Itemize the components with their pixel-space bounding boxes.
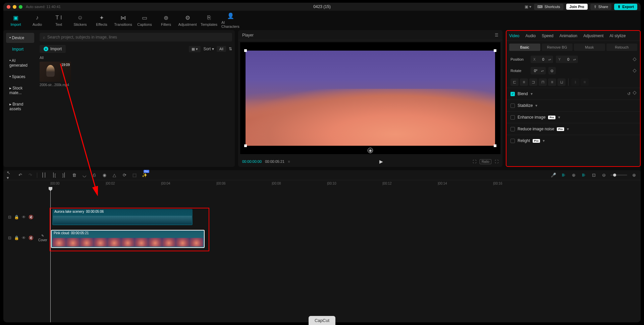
- track-lock-icon[interactable]: 🔒: [14, 215, 19, 219]
- track-lock-icon[interactable]: 🔒: [14, 236, 19, 240]
- sidebar-item[interactable]: ▸ Brand assets: [6, 99, 34, 114]
- align-top-icon[interactable]: ⊓: [539, 78, 547, 86]
- align-vcenter-icon[interactable]: ≡: [548, 78, 556, 86]
- sidebar-item[interactable]: • AI generated: [6, 56, 34, 70]
- video-track-1[interactable]: ⊟ 🔒 👁 🔇 ✎ Cover Pink cloud 00:00:05:21: [3, 228, 641, 248]
- link-icon[interactable]: ⊕: [570, 172, 577, 179]
- prop-tab-audio[interactable]: Audio: [525, 34, 536, 38]
- layout-icon[interactable]: ▣ ▾: [525, 4, 531, 9]
- toolbar-audio[interactable]: ♪Audio: [28, 14, 46, 26]
- cut-icon[interactable]: ⎙: [91, 172, 98, 179]
- timeline-ruler[interactable]: |00:00|00:02|00:04|00:06|00:08|00:10|00:…: [37, 180, 641, 187]
- sidebar-item[interactable]: Import: [6, 44, 34, 54]
- toolbar-transitions[interactable]: ⋈Transitions: [114, 14, 132, 26]
- keyframe-icon[interactable]: [633, 69, 636, 72]
- align-hcenter-icon[interactable]: ≡: [520, 78, 528, 86]
- timeline-tracks[interactable]: ⊟ 🔒 👁 🔇 Aurora lake scenery 00:00:05:06 …: [3, 187, 641, 322]
- relight-row[interactable]: Relight Pro▾: [506, 135, 640, 146]
- toolbar-stickers[interactable]: ☺Stickers: [71, 14, 89, 26]
- distribute-v-icon[interactable]: ≡: [581, 78, 589, 86]
- toolbar-filters[interactable]: ⊛Filters: [157, 14, 175, 26]
- shortcuts-button[interactable]: ⌨Shortcuts: [534, 4, 563, 10]
- fullscreen-icon[interactable]: ⛶: [495, 159, 498, 164]
- share-button[interactable]: ⇪Share: [590, 4, 611, 10]
- split-right-icon[interactable]: ]⎮: [61, 172, 67, 179]
- prop-tab-speed[interactable]: Speed: [542, 34, 553, 38]
- enhance-checkbox[interactable]: [511, 115, 515, 120]
- marker-icon[interactable]: ◡: [81, 172, 88, 179]
- noise-checkbox[interactable]: [511, 127, 515, 131]
- subtab-retouch[interactable]: Retouch: [606, 44, 638, 51]
- split-left-icon[interactable]: ⎮[: [51, 172, 57, 179]
- toolbar-adjustment[interactable]: ⚙Adjustment: [178, 14, 197, 26]
- record-icon[interactable]: ◉: [101, 172, 108, 179]
- subtab-basic[interactable]: Basic: [509, 44, 540, 51]
- toolbar-text[interactable]: T IText: [50, 14, 68, 26]
- rotate-input[interactable]: 0°▴▾: [531, 67, 546, 74]
- enhance-row[interactable]: Enhance image Pro▾: [506, 111, 640, 123]
- export-button[interactable]: ⬆Export: [614, 4, 637, 10]
- toolbar-templates[interactable]: ⎘Templates: [200, 14, 218, 26]
- keyframe-icon[interactable]: [633, 91, 636, 94]
- sidebar-item[interactable]: ▸ Stock mate...: [6, 83, 34, 98]
- align-bottom-icon[interactable]: ⊔: [557, 78, 566, 86]
- toolbar-effects[interactable]: ✦Effects: [93, 14, 111, 26]
- zoom-out-icon[interactable]: ⊖: [600, 172, 607, 179]
- minimize-window-icon[interactable]: [13, 5, 16, 9]
- keyframe-icon[interactable]: [633, 57, 636, 61]
- zoom-in-icon[interactable]: ⊕: [631, 172, 637, 179]
- prop-tab-video[interactable]: Video: [509, 34, 519, 38]
- track-mute-icon[interactable]: 🔇: [29, 215, 34, 219]
- warning-icon[interactable]: △: [111, 172, 118, 179]
- subtab-remove-bg[interactable]: Remove BG: [542, 44, 573, 51]
- list-icon[interactable]: ≡: [288, 159, 290, 164]
- rotate-handle[interactable]: ◉: [368, 148, 373, 153]
- video-preview[interactable]: ◉: [240, 42, 500, 154]
- import-button[interactable]: + Import: [40, 45, 66, 53]
- stabilize-row[interactable]: Stabilize▾: [506, 100, 640, 111]
- view-grid-icon[interactable]: ▦ ▾: [189, 46, 201, 52]
- relight-checkbox[interactable]: [511, 139, 515, 143]
- align-left-icon[interactable]: ⊏: [511, 78, 519, 86]
- track-visible-icon[interactable]: 👁: [22, 236, 26, 240]
- ratio-button[interactable]: Ratio: [480, 159, 491, 164]
- resize-handle-br[interactable]: [494, 144, 496, 147]
- track-collapse-icon[interactable]: ⊟: [8, 215, 11, 219]
- play-button[interactable]: ▶: [379, 159, 383, 164]
- resize-handle-tl[interactable]: [244, 49, 247, 52]
- track-visible-icon[interactable]: 👁: [22, 215, 26, 219]
- toolbar-import[interactable]: ▣Import: [7, 14, 25, 26]
- sidebar-item[interactable]: • Device: [6, 33, 34, 43]
- undo-icon[interactable]: ↶: [17, 172, 23, 179]
- blend-checkbox[interactable]: ✓: [511, 92, 515, 96]
- prop-tab-ai-stylize[interactable]: AI stylize: [609, 34, 626, 38]
- blend-row[interactable]: ✓ Blend▾ ↺: [506, 88, 640, 100]
- join-pro-button[interactable]: Join Pro: [566, 4, 588, 10]
- redo-icon[interactable]: ↷: [27, 172, 34, 179]
- clip-pink-cloud[interactable]: Pink cloud 00:00:05:21: [51, 230, 205, 248]
- search-input[interactable]: ⌕ Search project, subjects in image, lin…: [40, 33, 232, 42]
- rotate-icon[interactable]: ⟳: [121, 172, 128, 179]
- magnet-icon[interactable]: ⊪: [580, 172, 587, 179]
- sidebar-item[interactable]: • Spaces: [6, 72, 34, 82]
- position-y-input[interactable]: Y0▴▾: [556, 56, 578, 63]
- player-menu-icon[interactable]: ☰: [495, 33, 498, 38]
- preview-icon[interactable]: ⊡: [590, 172, 597, 179]
- filter-all-button[interactable]: All: [217, 46, 226, 52]
- mic-icon[interactable]: 🎤: [550, 172, 557, 179]
- crop-icon[interactable]: ⬚: [131, 172, 138, 179]
- cover-button[interactable]: ✎ Cover: [38, 234, 47, 242]
- close-window-icon[interactable]: [7, 5, 10, 9]
- snap-icon[interactable]: ⊪: [560, 172, 567, 179]
- toolbar-captions[interactable]: ▭Captions: [136, 14, 154, 26]
- playhead[interactable]: [50, 187, 51, 322]
- noise-row[interactable]: Reduce image noise Pro▾: [506, 123, 640, 135]
- zoom-slider[interactable]: [610, 175, 627, 176]
- focus-icon[interactable]: ⛶: [473, 159, 476, 164]
- ai-tool-icon[interactable]: ✨Pro: [141, 172, 148, 179]
- reset-icon[interactable]: ↺: [627, 91, 631, 96]
- resize-handle-bl[interactable]: [244, 144, 247, 147]
- prop-tab-animation[interactable]: Animation: [559, 34, 577, 38]
- clip-aurora[interactable]: Aurora lake scenery 00:00:05:06: [52, 209, 193, 225]
- stabilize-checkbox[interactable]: [511, 104, 515, 108]
